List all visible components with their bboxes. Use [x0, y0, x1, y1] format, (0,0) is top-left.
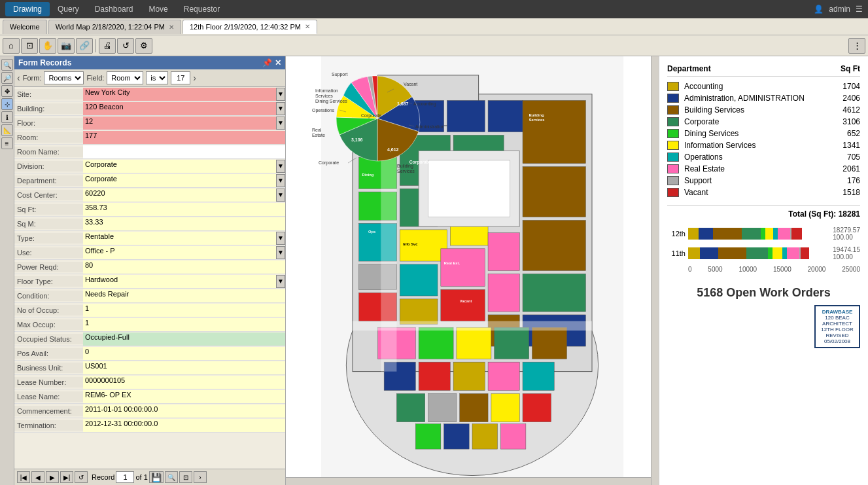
scroll-building[interactable]: ▼ [276, 102, 285, 115]
scroll-department[interactable]: ▼ [276, 174, 285, 187]
nav-drawing[interactable]: Drawing [5, 2, 50, 16]
nav-prev-btn[interactable]: ◀ [31, 471, 44, 483]
value-use[interactable]: Office - P [83, 246, 276, 259]
tool-pan-btn[interactable]: ✥ [1, 85, 13, 97]
value-floortype[interactable]: Hardwood [83, 275, 276, 288]
value-sqft[interactable]: 358.73 [83, 203, 285, 216]
value-roomname[interactable] [83, 145, 285, 158]
scroll-type[interactable]: ▼ [276, 232, 285, 245]
value-condition[interactable]: Needs Repair [83, 289, 285, 302]
svg-text:Accounting: Accounting [413, 101, 436, 107]
toolbar-settings-btn[interactable]: ⚙ [135, 38, 152, 54]
field-termination: Termination: 2012-12-31 00:00:00.0 [14, 418, 285, 433]
horizontal-scrollbar[interactable] [286, 477, 651, 485]
scroll-floortype[interactable]: ▼ [276, 275, 285, 288]
legend-sqft-title: Sq Ft [841, 64, 860, 73]
value-businessunit[interactable]: US001 [83, 361, 285, 374]
nav-query[interactable]: Query [50, 2, 87, 16]
scroll-division[interactable]: ▼ [276, 160, 285, 173]
value-department[interactable]: Corporate [83, 174, 276, 187]
value-costcenter[interactable]: 60220 [83, 189, 276, 202]
toolbar-hand-btn[interactable]: ✋ [39, 38, 56, 54]
value-division[interactable]: Corporate [83, 160, 276, 173]
zoom-search-btn[interactable]: 🔍 [165, 471, 178, 483]
svg-text:Real: Real [312, 128, 322, 132]
tab-welcome[interactable]: Welcome [3, 20, 47, 34]
form-expand-btn[interactable]: ⊡ [179, 471, 192, 483]
nav-dashboard[interactable]: Dashboard [87, 2, 141, 16]
toolbar-camera-btn[interactable]: 📷 [58, 38, 75, 54]
nav-last-btn[interactable]: ▶| [60, 471, 73, 483]
value-noofoccup[interactable]: 1 [83, 304, 285, 317]
value-maxoccup[interactable]: 1 [83, 318, 285, 331]
value-leasenumber[interactable]: 0000000105 [83, 376, 285, 389]
value-site[interactable]: New York City [83, 88, 276, 101]
nav-move[interactable]: Move [141, 2, 175, 16]
value-powerreqd[interactable]: 80 [83, 260, 285, 274]
tab-worldmap[interactable]: World Map 2/18/2020, 1:22:04 PM ✕ [48, 20, 181, 34]
tab-12thfloor-label: 12th Floor 2/19/2020, 12:40:32 PM [190, 23, 301, 31]
scroll-floor[interactable]: ▼ [276, 117, 285, 130]
value-type[interactable]: Rentable [83, 232, 276, 245]
tool-zoomin-btn[interactable]: 🔍 [1, 59, 13, 71]
logo-revised: REVISED [818, 332, 856, 338]
nav-requestor[interactable]: Requestor [176, 2, 228, 16]
nav-refresh-btn[interactable]: ↺ [75, 471, 88, 483]
tool-measure-btn[interactable]: 📐 [1, 124, 13, 136]
value-room[interactable]: 177 [83, 131, 285, 144]
field-room: Room: 177 [14, 130, 285, 145]
drawing-area[interactable]: Accounting Admin Building Services Corpo… [286, 56, 659, 485]
tab-12thfloor[interactable]: 12th Floor 2/19/2020, 12:40:32 PM ✕ [182, 20, 317, 34]
menu-icon[interactable]: ☰ [856, 5, 863, 14]
condition-select[interactable]: is [146, 71, 168, 84]
toolbar-zoomfit-btn[interactable]: ⊡ [21, 38, 38, 54]
record-current-input[interactable] [116, 471, 134, 483]
value-leasename[interactable]: REM6- OP EX [83, 390, 285, 403]
toolbar-more-btn[interactable]: ⋮ [848, 38, 865, 54]
vertical-scrollbar[interactable] [651, 56, 659, 485]
toolbar-refresh-btn[interactable]: ↺ [117, 38, 134, 54]
toolbar-link-btn[interactable]: 🔗 [76, 38, 93, 54]
toolbar-home-btn[interactable]: ⌂ [3, 38, 20, 54]
tool-select-btn[interactable]: ⊹ [1, 98, 13, 110]
tab-worldmap-close[interactable]: ✕ [169, 24, 174, 31]
tool-layer-btn[interactable]: ≡ [1, 137, 13, 149]
field-powerreqd: Power Reqd: 80 [14, 260, 285, 274]
scroll-costcenter[interactable]: ▼ [276, 189, 285, 202]
toolbar-print-btn[interactable]: 🖨 [99, 38, 116, 54]
main-area: 🔍 🔎 ✥ ⊹ ℹ 📐 ≡ Form Records 📌 ✕ ‹ Form: R… [0, 56, 868, 485]
filter-forward-arrow[interactable]: › [193, 73, 196, 83]
nav-next-btn[interactable]: ▶ [46, 471, 59, 483]
form-close-icon[interactable]: ✕ [275, 58, 281, 67]
value-termination[interactable]: 2012-12-31 00:00:00.0 [83, 419, 285, 432]
logo-box: DRAWBASE 120 BEAC ARCHITECT 12TH FLOOR R… [814, 305, 860, 348]
tool-info-btn[interactable]: ℹ [1, 111, 13, 123]
scroll-use[interactable]: ▼ [276, 246, 285, 259]
value-sqm[interactable]: 33.33 [83, 217, 285, 230]
swatch-vacant [667, 188, 679, 197]
swatch-accounting [667, 82, 679, 91]
value-floor[interactable]: 12 [83, 117, 276, 130]
scroll-site[interactable]: ▼ [276, 88, 285, 101]
svg-rect-36 [532, 327, 567, 359]
tab-12thfloor-close[interactable]: ✕ [305, 23, 310, 30]
field-select[interactable]: Room [107, 71, 143, 84]
value-commencement[interactable]: 2011-01-01 00:00:00.0 [83, 404, 285, 418]
value-building[interactable]: 120 Beacon [83, 102, 276, 115]
filter-number-input[interactable] [171, 71, 190, 84]
form-pin-icon[interactable]: 📌 [262, 58, 272, 67]
nav-first-btn[interactable]: |◀ [17, 471, 30, 483]
value-occupiedstatus[interactable]: Occupied-Full [83, 332, 285, 346]
tool-zoomout-btn[interactable]: 🔎 [1, 72, 13, 84]
filter-back-arrow[interactable]: ‹ [17, 73, 20, 83]
save-btn[interactable]: 💾 [149, 471, 164, 483]
label-department: Department: [14, 175, 83, 186]
form-select[interactable]: Rooms [44, 71, 84, 84]
svg-rect-35 [495, 327, 529, 359]
svg-rect-40 [488, 362, 519, 390]
svg-rect-26 [441, 289, 485, 321]
label-site: Site: [14, 89, 83, 99]
value-posavail[interactable]: 0 [83, 347, 285, 360]
legend-item-admin: Administration, ADMINISTRATION 2406 [667, 94, 860, 103]
form-next-btn[interactable]: › [194, 471, 207, 483]
